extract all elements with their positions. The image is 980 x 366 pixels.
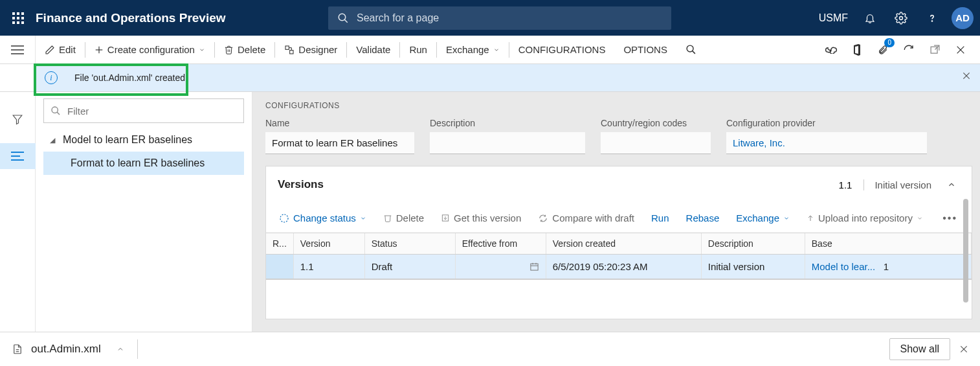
options-button[interactable]: OPTIONS	[614, 36, 676, 63]
versions-panel: Versions 1.1 Initial version Change stat…	[265, 166, 972, 319]
field-label-country: Country/region codes	[601, 118, 711, 128]
chevron-down-icon	[360, 215, 366, 222]
app-launcher-icon[interactable]	[0, 12, 36, 24]
cell-version[interactable]: 1.1	[293, 255, 364, 279]
divider	[137, 339, 138, 359]
list-rail-icon[interactable]	[0, 143, 36, 169]
notification-close-icon[interactable]	[962, 71, 971, 80]
get-version-button[interactable]: Get this version	[434, 203, 528, 233]
tree-item-child[interactable]: Format to learn ER baselines	[43, 152, 244, 175]
company-selector[interactable]: USMF	[812, 12, 854, 24]
left-rail	[0, 92, 36, 332]
version-exchange-button[interactable]: Exchange	[729, 203, 796, 233]
field-label-name: Name	[265, 118, 414, 128]
cell-r[interactable]	[266, 255, 293, 279]
tree-collapse-icon[interactable]: ◢	[50, 136, 55, 144]
run-label: Run	[409, 44, 427, 55]
delete-button[interactable]: Delete	[215, 36, 274, 63]
edit-button[interactable]: Edit	[36, 36, 85, 63]
top-navbar: Finance and Operations Preview USMF AD	[0, 0, 980, 36]
upload-label: Upload into repository	[818, 212, 913, 223]
svg-rect-7	[17, 21, 19, 24]
svg-rect-19	[290, 50, 293, 53]
field-value-description[interactable]	[430, 132, 585, 154]
cell-created[interactable]: 6/5/2019 05:20:23 AM	[546, 255, 701, 279]
exchange-label: Exchange	[446, 44, 489, 55]
attachments-button[interactable]: 0	[870, 36, 896, 64]
infinity-icon[interactable]	[818, 36, 844, 64]
cell-status[interactable]: Draft	[364, 255, 455, 279]
run-button[interactable]: Run	[400, 36, 436, 63]
col-base[interactable]: Base	[805, 233, 971, 255]
col-status[interactable]: Status	[364, 233, 455, 255]
designer-label: Designer	[298, 44, 337, 55]
nav-toggle-icon[interactable]	[0, 36, 36, 64]
compare-button[interactable]: Compare with draft	[531, 203, 641, 233]
office-icon[interactable]	[844, 36, 870, 64]
search-input[interactable]	[357, 12, 662, 24]
scrollbar-thumb[interactable]	[963, 199, 968, 303]
col-version[interactable]: Version	[293, 233, 364, 255]
svg-point-34	[52, 107, 58, 113]
version-exchange-label: Exchange	[736, 212, 779, 223]
file-menu-icon[interactable]	[117, 345, 124, 353]
upload-icon	[807, 214, 814, 223]
get-version-label: Get this version	[454, 212, 521, 223]
show-all-button[interactable]: Show all	[889, 338, 950, 360]
more-actions-icon[interactable]: •••	[942, 212, 965, 224]
svg-rect-4	[17, 17, 19, 19]
global-search[interactable]	[328, 6, 671, 30]
change-status-button[interactable]: Change status	[273, 203, 373, 233]
close-icon[interactable]	[948, 36, 974, 64]
create-config-button[interactable]: Create configuration	[85, 36, 214, 63]
filter-field[interactable]	[67, 106, 237, 117]
filter-search-icon	[50, 106, 61, 116]
designer-button[interactable]: Designer	[275, 36, 346, 63]
versions-summary-desc: Initial version	[863, 179, 931, 190]
field-value-name[interactable]: Format to learn ER baselines	[265, 132, 414, 154]
calendar-icon[interactable]	[529, 262, 539, 271]
help-icon[interactable]	[917, 0, 948, 36]
content-area: CONFIGURATIONS Name Format to learn ER b…	[252, 92, 980, 332]
cell-base[interactable]: Model to lear... 1	[805, 255, 971, 279]
popout-icon[interactable]	[922, 36, 948, 64]
filter-input[interactable]	[43, 98, 244, 123]
notifications-icon[interactable]	[854, 0, 885, 36]
search-action-icon[interactable]	[676, 36, 706, 63]
col-effective[interactable]: Effective from	[455, 233, 546, 255]
cell-effective[interactable]	[455, 255, 546, 279]
version-delete-label: Delete	[396, 212, 424, 223]
info-icon: i	[45, 71, 58, 84]
user-avatar[interactable]: AD	[952, 7, 974, 29]
version-delete-button[interactable]: Delete	[377, 203, 430, 233]
downloaded-file-name: out.Admin.xml	[31, 343, 101, 356]
exchange-button[interactable]: Exchange	[437, 36, 509, 63]
create-config-label: Create configuration	[107, 44, 195, 55]
rebase-button[interactable]: Rebase	[680, 203, 726, 233]
tree-item-parent[interactable]: ◢ Model to learn ER baselines	[43, 128, 244, 152]
delete-label: Delete	[238, 44, 265, 55]
col-created[interactable]: Version created	[546, 233, 701, 255]
refresh-icon[interactable]	[896, 36, 922, 64]
settings-icon[interactable]	[885, 0, 917, 36]
downloads-close-icon[interactable]	[959, 345, 968, 354]
cell-base-text: Model to lear...	[812, 261, 875, 272]
col-description[interactable]: Description	[701, 233, 805, 255]
file-icon	[12, 343, 23, 356]
plus-icon	[95, 45, 104, 54]
version-run-button[interactable]: Run	[645, 203, 676, 233]
upload-button[interactable]: Upload into repository	[800, 203, 930, 233]
field-value-provider[interactable]: Litware, Inc.	[726, 132, 927, 154]
svg-rect-0	[12, 12, 15, 15]
filter-rail-icon[interactable]	[10, 111, 25, 127]
cell-description[interactable]: Initial version	[701, 255, 805, 279]
downloaded-file[interactable]: out.Admin.xml	[12, 343, 124, 356]
field-value-country[interactable]	[601, 132, 711, 154]
svg-line-10	[344, 19, 348, 23]
validate-button[interactable]: Validate	[347, 36, 399, 63]
table-row[interactable]: 1.1 Draft 6/5/2019 05:20:23 AM Initial v…	[266, 255, 972, 279]
compare-label: Compare with draft	[552, 212, 634, 223]
collapse-panel-icon[interactable]	[943, 176, 960, 193]
col-r[interactable]: R...	[266, 233, 293, 255]
configurations-button[interactable]: CONFIGURATIONS	[509, 36, 615, 63]
